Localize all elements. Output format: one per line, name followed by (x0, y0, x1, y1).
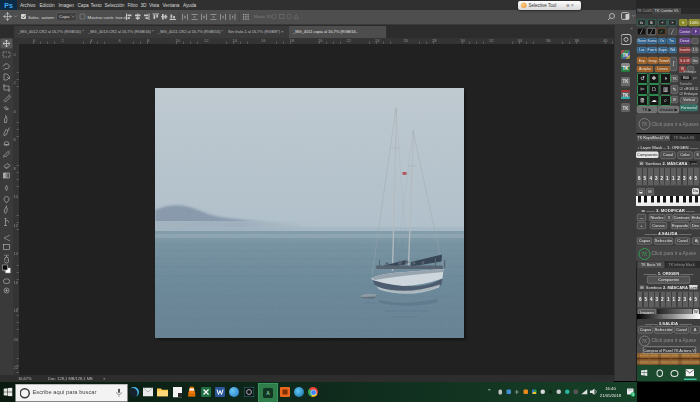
svg-text:Mostrar contr. transf.: Mostrar contr. transf. (88, 15, 128, 20)
svg-text:Modo 3D:: Modo 3D: (254, 14, 273, 19)
svg-text:⋯: ⋯ (4, 257, 9, 263)
svg-text:3: 3 (632, 393, 634, 397)
svg-text:Capa: Capa (59, 14, 70, 19)
svg-text:Selec. autom:: Selec. autom: (28, 15, 55, 20)
